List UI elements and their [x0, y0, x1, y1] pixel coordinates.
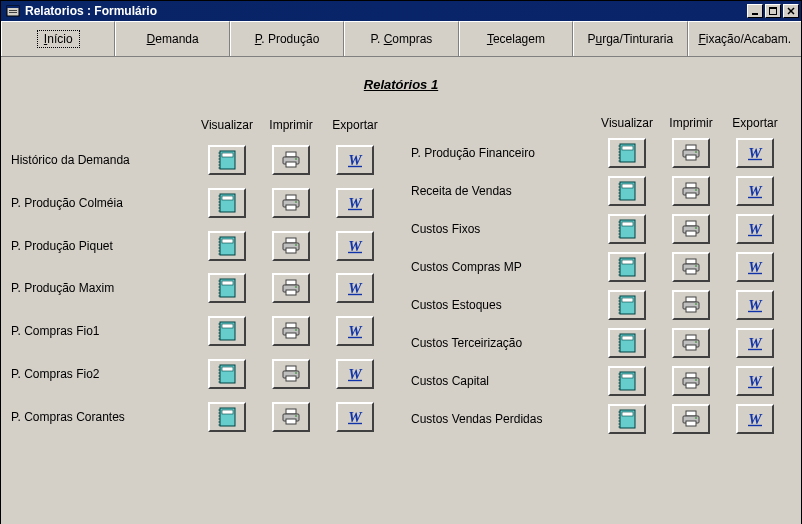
svg-point-132: [695, 189, 697, 191]
tab-3[interactable]: P. Compras: [344, 21, 458, 56]
word-icon: W: [745, 334, 765, 352]
report-label: P. Produção Maxim: [11, 281, 191, 295]
notebook-icon: [216, 320, 238, 342]
view-button[interactable]: [608, 138, 646, 168]
export-button[interactable]: W: [336, 402, 374, 432]
print-button[interactable]: [272, 188, 310, 218]
export-button[interactable]: W: [336, 145, 374, 175]
svg-point-62: [295, 287, 297, 289]
print-button[interactable]: [672, 176, 710, 206]
print-button[interactable]: [672, 328, 710, 358]
export-button[interactable]: W: [736, 214, 774, 244]
print-button[interactable]: [672, 290, 710, 320]
notebook-icon: [216, 235, 238, 257]
printer-icon: [681, 334, 701, 352]
export-button[interactable]: W: [336, 273, 374, 303]
view-button[interactable]: [608, 252, 646, 282]
export-button[interactable]: W: [736, 404, 774, 434]
view-button[interactable]: [208, 359, 246, 389]
view-button[interactable]: [608, 366, 646, 396]
svg-rect-45: [286, 238, 296, 243]
svg-rect-192: [622, 374, 633, 378]
export-button[interactable]: W: [736, 252, 774, 282]
view-button[interactable]: [608, 404, 646, 434]
svg-rect-10: [222, 153, 233, 157]
svg-rect-187: [686, 345, 696, 350]
printer-icon: [281, 194, 301, 212]
view-button[interactable]: [208, 145, 246, 175]
print-button[interactable]: [672, 214, 710, 244]
tab-6[interactable]: Fixação/Acabam.: [688, 21, 801, 56]
print-button[interactable]: [272, 316, 310, 346]
tab-5[interactable]: Purga/Tinturaria: [573, 21, 687, 56]
word-icon: W: [345, 279, 365, 297]
export-button[interactable]: W: [336, 231, 374, 261]
svg-point-76: [295, 329, 297, 331]
view-button[interactable]: [608, 290, 646, 320]
column-header-print: Imprimir: [263, 118, 319, 132]
view-button[interactable]: [208, 316, 246, 346]
export-button[interactable]: W: [336, 359, 374, 389]
export-button[interactable]: W: [736, 176, 774, 206]
notebook-icon: [616, 256, 638, 278]
export-button[interactable]: W: [736, 138, 774, 168]
export-button[interactable]: W: [336, 188, 374, 218]
print-button[interactable]: [272, 273, 310, 303]
window-title: Relatorios : Formulário: [25, 4, 747, 18]
tab-4[interactable]: Tecelagem: [459, 21, 573, 56]
printer-icon: [281, 322, 301, 340]
svg-rect-52: [222, 281, 233, 285]
word-icon: W: [745, 182, 765, 200]
tab-0[interactable]: Início: [1, 21, 115, 56]
notebook-icon: [616, 294, 638, 316]
svg-rect-4: [752, 13, 758, 15]
export-button[interactable]: W: [736, 290, 774, 320]
view-button[interactable]: [608, 328, 646, 358]
close-button[interactable]: [783, 4, 799, 18]
notebook-icon: [216, 363, 238, 385]
svg-text:W: W: [348, 152, 363, 168]
export-button[interactable]: W: [736, 366, 774, 396]
view-button[interactable]: [208, 231, 246, 261]
title-bar: Relatorios : Formulário: [1, 1, 801, 21]
svg-text:W: W: [748, 373, 763, 389]
notebook-icon: [616, 370, 638, 392]
print-button[interactable]: [272, 231, 310, 261]
svg-rect-17: [286, 152, 296, 157]
printer-icon: [681, 372, 701, 390]
report-label: Custos Estoques: [411, 298, 591, 312]
print-button[interactable]: [272, 145, 310, 175]
print-button[interactable]: [672, 366, 710, 396]
view-button[interactable]: [208, 188, 246, 218]
maximize-button[interactable]: [765, 4, 781, 18]
print-button[interactable]: [272, 359, 310, 389]
tab-2[interactable]: P. Produção: [230, 21, 344, 56]
print-button[interactable]: [672, 404, 710, 434]
column-header-export: Exportar: [727, 116, 783, 130]
view-button[interactable]: [608, 176, 646, 206]
view-button[interactable]: [208, 273, 246, 303]
svg-point-174: [695, 303, 697, 305]
notebook-icon: [616, 180, 638, 202]
svg-rect-89: [286, 376, 296, 381]
report-label: Custos Compras MP: [411, 260, 591, 274]
word-icon: W: [345, 408, 365, 426]
export-button[interactable]: W: [336, 316, 374, 346]
svg-rect-1: [7, 6, 19, 8]
svg-rect-66: [222, 324, 233, 328]
view-button[interactable]: [208, 402, 246, 432]
export-button[interactable]: W: [736, 328, 774, 358]
report-label: P. Compras Fio1: [11, 324, 191, 338]
minimize-button[interactable]: [747, 4, 763, 18]
word-icon: W: [345, 151, 365, 169]
print-button[interactable]: [272, 402, 310, 432]
print-button[interactable]: [672, 252, 710, 282]
print-button[interactable]: [672, 138, 710, 168]
column-header-view: Visualizar: [599, 116, 655, 130]
report-label: P. Produção Piquet: [11, 239, 191, 253]
tab-1[interactable]: Demanda: [115, 21, 229, 56]
word-icon: W: [745, 144, 765, 162]
svg-point-48: [295, 244, 297, 246]
view-button[interactable]: [608, 214, 646, 244]
word-icon: W: [745, 410, 765, 428]
